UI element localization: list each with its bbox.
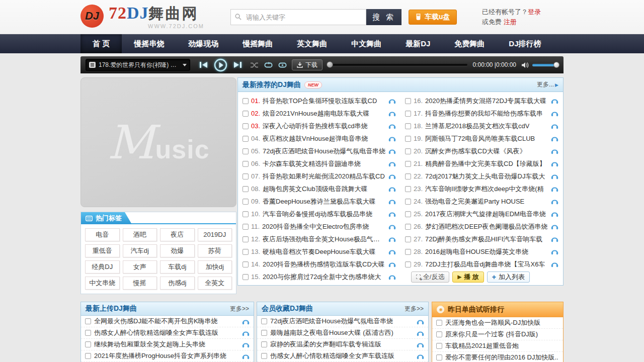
- headphone-icon[interactable]: [551, 173, 558, 179]
- nav-item[interactable]: DJ排行榜: [497, 34, 553, 53]
- song-row[interactable]: 22. 72dj2017魅力英文上头电音劲爆DJ车载大: [400, 170, 563, 183]
- headphone-icon[interactable]: [551, 236, 558, 242]
- song-checkbox[interactable]: [405, 261, 411, 267]
- tag-button[interactable]: 慢摇: [123, 277, 157, 290]
- headphone-icon[interactable]: [551, 98, 558, 104]
- headphone-icon[interactable]: [551, 110, 558, 117]
- song-title[interactable]: 强劲电音之完美邂逅Party HOUSE: [425, 197, 524, 206]
- song-checkbox[interactable]: [436, 320, 442, 326]
- song-title[interactable]: 深夜入心动听抖音热搜榜车载cd串烧: [263, 122, 368, 131]
- song-checkbox[interactable]: [405, 136, 411, 142]
- song-title[interactable]: 伤感女人醉心情歌精选烟嗓全女声车载连版: [270, 351, 394, 360]
- song-row[interactable]: 全网最火伤感DJ能不能不离开包房K嗨串烧: [81, 316, 254, 327]
- headphone-icon[interactable]: [551, 261, 558, 267]
- song-title[interactable]: 炫音2021VnHouse越南电鼓车载大碟: [263, 109, 369, 118]
- song-row[interactable]: 15. 2020与你擦肩过72dj全新中文伤感串烧大: [238, 270, 400, 283]
- song-row[interactable]: 21. 精典醉音热播中文完美车载CD【珍藏版】: [400, 157, 563, 170]
- song-checkbox[interactable]: [243, 224, 249, 230]
- song-title[interactable]: 夜店档次越鼓VnHouse超弹电音串烧: [263, 134, 368, 143]
- song-title[interactable]: 卡尔森车载英文精选抖音蹦迪串烧: [263, 159, 361, 168]
- nav-item[interactable]: 慢摇舞曲: [230, 34, 285, 53]
- tag-button[interactable]: 伤感dj: [160, 277, 195, 290]
- add-to-list-button[interactable]: +加入列表: [487, 272, 530, 283]
- search-button[interactable]: 搜 索: [366, 9, 401, 25]
- song-checkbox[interactable]: [261, 330, 267, 336]
- headphone-icon[interactable]: [388, 135, 396, 142]
- song-checkbox[interactable]: [85, 318, 91, 324]
- song-checkbox[interactable]: [405, 148, 411, 154]
- song-checkbox[interactable]: [405, 199, 411, 205]
- song-row[interactable]: 27. 72Dj醉美伤感女声极品HIFI汽车音响车载: [400, 233, 563, 245]
- song-title[interactable]: 抖音热歌TOP合集循环慢歌连版车载CD: [263, 97, 377, 106]
- song-title[interactable]: 72dj2017魅力英文上头电音劲爆DJ车载大: [425, 172, 545, 181]
- song-title[interactable]: 2020热播柔情男女混搭72DJ专属车载大碟: [425, 97, 546, 106]
- song-title[interactable]: 香薰DeepHouse雅诗兰黛极品车载大碟: [263, 197, 376, 206]
- song-title[interactable]: 抖音热歌如果时光能倒流2020精品车载CD: [263, 172, 385, 181]
- seek-bar[interactable]: [328, 64, 467, 66]
- song-title[interactable]: 2016超嗨电音HOUSE劲爆英文串烧: [425, 247, 528, 256]
- song-checkbox[interactable]: [243, 261, 249, 267]
- song-title[interactable]: 2020抖音热播榜伤感情歌连版车载CD大碟: [263, 260, 385, 269]
- song-row[interactable]: 04. 夜店档次越鼓VnHouse超弹电音串烧: [238, 132, 400, 145]
- song-checkbox[interactable]: [85, 341, 91, 347]
- nav-item[interactable]: 英文舞曲: [285, 34, 339, 53]
- song-row[interactable]: 车载精品2021超重低音炮: [432, 340, 563, 352]
- prev-button[interactable]: [199, 61, 208, 68]
- song-title[interactable]: 72dj夜店酒吧炫音House劲爆气氛电音串烧: [263, 147, 385, 156]
- song-title[interactable]: 2020与你擦肩过72dj全新中文伤感串烧大: [263, 273, 381, 282]
- song-row[interactable]: 12. 夜店后场强劲电音全英文House极品气氛串: [238, 233, 400, 245]
- song-checkbox[interactable]: [243, 236, 249, 242]
- download-button[interactable]: 下载: [292, 59, 323, 70]
- song-title[interactable]: 原来你只是一个过客 (抖音DJ版): [445, 330, 538, 339]
- headphone-icon[interactable]: [551, 148, 558, 154]
- song-title[interactable]: 汽车音响必备慢摇dj动感车载极品串烧: [263, 210, 372, 219]
- song-checkbox[interactable]: [405, 236, 411, 242]
- headphone-icon[interactable]: [388, 98, 396, 104]
- song-row[interactable]: 爱你不需要任何的理由2016 DJ加快版..: [432, 352, 563, 362]
- latest-upload-more-link[interactable]: 更多>>: [230, 305, 249, 313]
- song-row[interactable]: 伤感女人醉心情歌精选烟嗓全女声车载连版: [81, 327, 254, 339]
- song-row[interactable]: 20. 沉醉女声伤感车载CD大碟《风夜》: [400, 145, 563, 157]
- tag-button[interactable]: 重低音: [85, 244, 120, 257]
- song-checkbox[interactable]: [405, 111, 411, 117]
- song-checkbox[interactable]: [405, 123, 411, 129]
- headphone-icon[interactable]: [417, 353, 424, 359]
- song-title[interactable]: 兰博基尼2018极品英文档次车载cdV: [425, 122, 529, 131]
- song-checkbox[interactable]: [243, 173, 249, 179]
- headphone-icon[interactable]: [388, 248, 396, 255]
- song-row[interactable]: 28. 2016超嗨电音HOUSE劲爆英文串烧: [400, 245, 563, 258]
- search-input[interactable]: [230, 9, 366, 25]
- headphone-icon[interactable]: [388, 261, 396, 267]
- tag-button[interactable]: 电音: [85, 228, 120, 241]
- song-row[interactable]: 寂静的夜温柔的女声翻唱车载专辑连版: [257, 339, 428, 350]
- tag-button[interactable]: 全英文: [198, 277, 232, 290]
- headphone-icon[interactable]: [388, 123, 396, 129]
- headphone-icon[interactable]: [388, 198, 396, 205]
- song-title[interactable]: 汽车音响II缥缈女声档次deep中文串烧(精: [425, 185, 543, 194]
- song-checkbox[interactable]: [243, 249, 249, 255]
- song-checkbox[interactable]: [405, 98, 411, 104]
- song-checkbox[interactable]: [243, 161, 249, 167]
- headphone-icon[interactable]: [242, 330, 250, 336]
- song-checkbox[interactable]: [85, 330, 91, 336]
- play-button[interactable]: [214, 58, 227, 72]
- headphone-icon[interactable]: [388, 110, 396, 117]
- headphone-icon[interactable]: [388, 173, 396, 179]
- song-row[interactable]: 17. 抖音热播你想要的我却不能给伤感车载串: [400, 107, 563, 120]
- song-row[interactable]: 13. 硬核电音档次节奏DeepHouse车载大碟: [238, 245, 400, 258]
- song-title[interactable]: 继续舞动包厢重鼓全英文超嗨上头串烧: [94, 340, 205, 349]
- song-row[interactable]: 继续舞动包厢重鼓全英文超嗨上头串烧: [81, 339, 254, 350]
- song-checkbox[interactable]: [243, 98, 249, 104]
- song-checkbox[interactable]: [405, 161, 411, 167]
- song-row[interactable]: 11. 2020抖音热播全中文Electro包房串烧: [238, 220, 400, 233]
- song-row[interactable]: 天涯海角也会一路顺风-DJ加快版: [432, 317, 563, 329]
- headphone-icon[interactable]: [551, 211, 558, 217]
- song-row[interactable]: 05. 72dj夜店酒吧炫音House劲爆气氛电音串烧: [238, 145, 400, 157]
- headphone-icon[interactable]: [242, 341, 250, 348]
- headphone-icon[interactable]: [551, 123, 558, 129]
- song-row[interactable]: 03. 深夜入心动听抖音热搜榜车载cd串烧: [238, 120, 400, 132]
- song-checkbox[interactable]: [243, 136, 249, 142]
- song-row[interactable]: 02. 炫音2021VnHouse越南电鼓车载大碟: [238, 107, 400, 120]
- song-row[interactable]: 08. 超嗨包房英文Club顶级电音跳舞大碟: [238, 183, 400, 195]
- tag-button[interactable]: 经典DJ: [85, 260, 120, 274]
